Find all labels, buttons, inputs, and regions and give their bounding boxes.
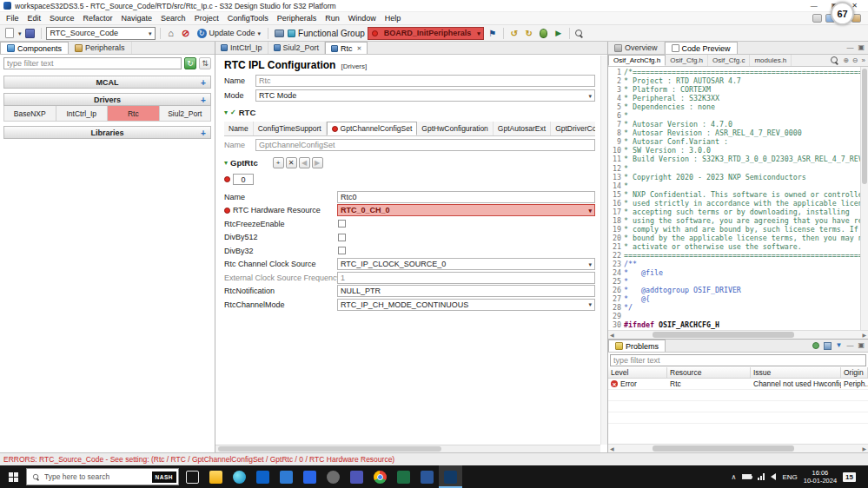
new-dropdown-icon[interactable]: ▾ xyxy=(18,30,22,36)
scrollbar-track[interactable] xyxy=(616,445,861,452)
block-icon[interactable]: ⊘ xyxy=(180,27,192,39)
start-button[interactable] xyxy=(0,465,26,488)
editor-vertical-scrollbar[interactable] xyxy=(600,56,607,445)
taskbar-search[interactable]: Type here to search NASH xyxy=(26,468,179,485)
zoom-out-icon[interactable]: ⊖ xyxy=(852,57,858,64)
new-file-icon[interactable] xyxy=(3,27,16,39)
editor-tab[interactable]: Siul2_Port ✕ xyxy=(268,42,326,54)
clock[interactable]: 16:06 10-01-2024 xyxy=(804,469,837,485)
add-item-button[interactable]: + xyxy=(273,157,284,168)
scrollbar-thumb[interactable] xyxy=(862,69,867,184)
tab-peripherals[interactable]: Peripherals xyxy=(69,42,132,54)
code-horizontal-scrollbar[interactable]: ◀ ▶ xyxy=(608,330,868,339)
wifi-icon[interactable] xyxy=(758,473,765,480)
menu-item[interactable]: File xyxy=(2,12,23,24)
sort-icon[interactable]: ⇅ xyxy=(199,57,211,69)
gptrtc-section-header[interactable]: ▾ GptRtc + ✕ ◀ ▶ xyxy=(224,157,595,168)
rtc-section-header[interactable]: ▾ ✓ RTC xyxy=(224,108,595,117)
word-button[interactable] xyxy=(415,465,439,488)
home-icon[interactable]: ⌂ xyxy=(165,27,177,39)
maximize-view-icon[interactable]: ▣ xyxy=(858,342,865,349)
problems-horizontal-scrollbar[interactable]: ◀ ▶ xyxy=(608,444,868,452)
array-index-tab[interactable]: 0 xyxy=(233,174,254,185)
scrollbar-thumb[interactable] xyxy=(218,446,441,452)
project-select[interactable]: RTC_Source_Code ▾ xyxy=(46,27,156,40)
divby32-checkbox[interactable] xyxy=(338,247,346,254)
teams-button[interactable] xyxy=(345,465,368,488)
menu-item[interactable]: Run xyxy=(321,12,344,24)
collapse-icon[interactable]: ▾ xyxy=(224,109,228,116)
close-icon[interactable]: ✕ xyxy=(357,45,362,52)
scrollbar-track[interactable] xyxy=(616,331,861,339)
tab-code-preview[interactable]: Code Preview xyxy=(665,42,738,54)
component-filter-input[interactable] xyxy=(3,57,182,69)
excel-button[interactable] xyxy=(392,465,415,488)
language-indicator[interactable]: ENG xyxy=(782,473,797,481)
add-library-component-icon[interactable]: + xyxy=(198,128,209,138)
scroll-left-icon[interactable]: ◀ xyxy=(608,332,616,338)
debug-icon[interactable] xyxy=(538,27,550,39)
channel-mode-select[interactable]: RTC_IP_CH_MODE_CONTINUOUS ▾ xyxy=(337,299,595,311)
maximize-view-icon[interactable]: ▣ xyxy=(858,44,865,51)
redo-icon[interactable]: ↻ xyxy=(523,27,535,39)
driver-item[interactable]: Rtc xyxy=(108,106,160,121)
s32ds-button[interactable] xyxy=(439,465,462,488)
functional-group-select[interactable]: BOARD_InitPeripherals ▾ xyxy=(368,27,484,40)
config-tab[interactable]: GptHwConfiguration xyxy=(417,122,494,135)
pin-icon[interactable] xyxy=(812,342,819,349)
group-icon[interactable] xyxy=(824,342,832,350)
config-tab[interactable]: ConfigTimeSupport xyxy=(254,122,327,135)
column-header-origin[interactable]: Origin xyxy=(841,367,868,378)
chevron-up-icon[interactable]: ∧ xyxy=(732,473,737,481)
sync-icon[interactable]: ↻ xyxy=(184,57,196,69)
chrome-button[interactable] xyxy=(368,465,392,488)
config-tab[interactable]: GptDriverConfiguration xyxy=(551,122,595,135)
menu-item[interactable]: Navigate xyxy=(117,12,157,24)
component-name-input[interactable] xyxy=(255,75,595,87)
edge-button[interactable] xyxy=(228,465,251,488)
minimize-view-icon[interactable]: — xyxy=(846,342,853,349)
more-tabs-icon[interactable]: » xyxy=(862,57,865,64)
open-perspective-icon[interactable] xyxy=(812,14,822,23)
undo-icon[interactable]: ↺ xyxy=(508,27,520,39)
code-vertical-scrollbar[interactable] xyxy=(860,67,868,330)
move-right-button[interactable]: ▶ xyxy=(312,157,323,168)
mail-button[interactable] xyxy=(275,465,298,488)
editor-horizontal-scrollbar[interactable] xyxy=(215,445,600,452)
editor-tab[interactable]: Rtc ✕ xyxy=(325,42,368,54)
section-mcal[interactable]: MCAL + xyxy=(3,76,211,89)
filter-icon[interactable]: ▼ xyxy=(836,342,843,349)
photos-button[interactable] xyxy=(298,465,321,488)
driver-item[interactable]: BaseNXP xyxy=(4,106,56,121)
menu-item[interactable]: Help xyxy=(381,12,406,24)
config-name-input[interactable] xyxy=(255,139,595,151)
clock-source-select[interactable]: RTC_IP_CLOCK_SOURCE_0 ▾ xyxy=(337,258,595,270)
menu-item[interactable]: Window xyxy=(344,12,381,24)
menu-item[interactable]: Peripherals xyxy=(273,12,321,24)
code-area[interactable]: 1 /*====================================… xyxy=(608,67,860,330)
search-icon[interactable] xyxy=(830,56,839,65)
column-header-level[interactable]: Level xyxy=(608,367,667,378)
collapse-icon[interactable]: ▾ xyxy=(224,159,228,167)
file-tab[interactable]: Osif_Cfg.h xyxy=(666,55,708,66)
update-code-button[interactable]: ↻ Update Code ▾ xyxy=(195,26,264,40)
menu-item[interactable]: ConfigTools xyxy=(223,12,273,24)
volume-icon[interactable] xyxy=(771,473,776,480)
menu-item[interactable]: Refactor xyxy=(79,12,117,24)
minimize-button[interactable]: — xyxy=(811,2,818,10)
tab-overview[interactable]: Overview xyxy=(608,42,665,54)
battery-icon[interactable] xyxy=(742,474,752,479)
problems-filter-input[interactable] xyxy=(610,354,866,366)
mode-select[interactable]: RTC Mode ▾ xyxy=(255,89,595,102)
menu-item[interactable]: Project xyxy=(190,12,223,24)
menu-item[interactable]: Search xyxy=(156,12,190,24)
config-tab[interactable]: Name xyxy=(224,122,254,135)
editor-tab[interactable]: IntCtrl_Ip ✕ xyxy=(215,42,268,54)
zoom-in-icon[interactable]: ⊕ xyxy=(843,57,849,64)
rtc-name-input[interactable] xyxy=(337,191,595,203)
file-tab[interactable]: modules.h xyxy=(750,55,792,66)
flag-icon[interactable]: ⚑ xyxy=(487,27,499,39)
peripherals-tool-icon[interactable] xyxy=(273,27,285,39)
tab-components[interactable]: Components xyxy=(0,42,69,54)
divby512-checkbox[interactable] xyxy=(338,234,346,241)
